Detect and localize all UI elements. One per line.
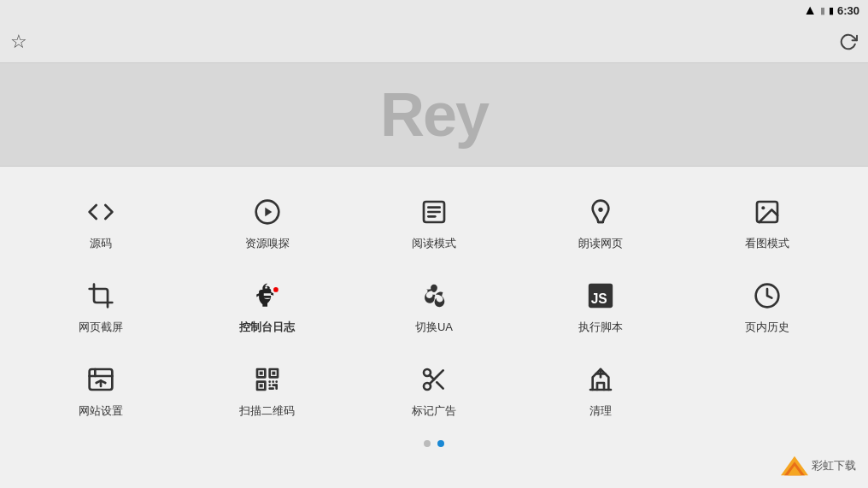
svg-line-31 — [437, 382, 443, 388]
status-time: 6:30 — [837, 4, 859, 17]
menu-label-console-log: 控制台日志 — [239, 320, 295, 335]
divider — [0, 166, 868, 167]
menu-label-mark-ads: 标记广告 — [412, 403, 456, 419]
menu-item-resource-sniffer[interactable]: 资源嗅探 — [184, 179, 350, 263]
menu-item-read-page[interactable]: 朗读网页 — [518, 179, 684, 263]
menu-label-clean: 清理 — [589, 403, 612, 419]
menu-label-scan-qr: 扫描二维码 — [239, 403, 295, 419]
status-bar: ▲ ▮ ▮ 6:30 — [0, 0, 868, 21]
qr-icon — [250, 362, 284, 397]
battery-icon: ▮ — [829, 5, 834, 16]
menu-label-run-script: 执行脚本 — [578, 320, 623, 335]
site-icon — [84, 362, 118, 397]
bug-icon — [250, 279, 284, 313]
signal-icon: ▮ — [820, 5, 825, 16]
page-dot-2[interactable] — [437, 440, 444, 447]
bookmark-button[interactable]: ☆ — [10, 32, 27, 51]
menu-grid: 源码 资源嗅探 阅读模式 朗 — [0, 171, 868, 439]
svg-text:JS: JS — [591, 291, 607, 306]
play-circle-icon — [250, 195, 284, 229]
banner-text: Rey — [380, 79, 488, 150]
menu-item-console-log[interactable]: 控制台日志 — [184, 263, 350, 347]
menu-label-reading-mode: 阅读模式 — [412, 236, 456, 251]
menu-item-scan-qr[interactable]: 扫描二维码 — [184, 347, 350, 431]
image-icon — [750, 195, 784, 229]
page-dot-1[interactable] — [424, 440, 431, 447]
menu-item-page-history[interactable]: 页内历史 — [684, 263, 851, 347]
browser-bar: ☆ — [0, 21, 868, 63]
menu-label-site-settings: 网站设置 — [79, 403, 123, 419]
caihong-logo-icon — [781, 452, 808, 479]
svg-point-8 — [762, 206, 765, 209]
menu-item-source-code[interactable]: 源码 — [17, 179, 184, 263]
bottom-logo: 彩虹下载 — [781, 452, 856, 479]
menu-item-screenshot[interactable]: 网页截屏 — [17, 263, 184, 347]
svg-point-6 — [599, 208, 603, 212]
page-indicators — [0, 440, 868, 447]
menu-label-switch-ua: 切换UA — [415, 320, 453, 335]
article-icon — [417, 195, 451, 229]
js-icon: JS — [584, 279, 618, 313]
wifi-icon: ▲ — [803, 3, 817, 18]
menu-label-page-history: 页内历史 — [745, 320, 789, 335]
menu-item-site-settings[interactable]: 网站设置 — [17, 347, 184, 431]
broom-icon — [584, 362, 618, 397]
fan-icon — [417, 279, 451, 313]
svg-marker-1 — [265, 208, 272, 217]
svg-rect-20 — [259, 384, 262, 387]
hearing-icon — [584, 195, 618, 229]
menu-label-read-page: 朗读网页 — [578, 236, 623, 251]
menu-label-source-code: 源码 — [90, 236, 112, 251]
menu-item-run-script[interactable]: JS 执行脚本 — [518, 263, 684, 347]
menu-item-image-mode[interactable]: 看图模式 — [684, 179, 851, 263]
svg-rect-18 — [259, 372, 262, 375]
code-icon — [84, 195, 118, 229]
svg-rect-19 — [272, 372, 275, 375]
svg-line-32 — [430, 375, 434, 379]
bottom-logo-text: 彩虹下载 — [812, 458, 856, 473]
scissors-icon — [417, 362, 451, 397]
menu-item-reading-mode[interactable]: 阅读模式 — [350, 179, 517, 263]
menu-label-resource-sniffer: 资源嗅探 — [245, 236, 290, 251]
menu-label-screenshot: 网页截屏 — [79, 320, 123, 335]
menu-item-mark-ads[interactable]: 标记广告 — [350, 347, 517, 431]
menu-item-switch-ua[interactable]: 切换UA — [350, 263, 517, 347]
refresh-button[interactable] — [839, 32, 858, 51]
svg-point-9 — [273, 287, 279, 292]
crop-icon — [84, 279, 118, 313]
clock-icon — [750, 279, 784, 313]
menu-label-image-mode: 看图模式 — [745, 236, 789, 251]
status-icons: ▲ ▮ ▮ 6:30 — [803, 3, 859, 18]
menu-item-clean[interactable]: 清理 — [518, 347, 684, 431]
banner-area: Rey — [0, 63, 868, 166]
